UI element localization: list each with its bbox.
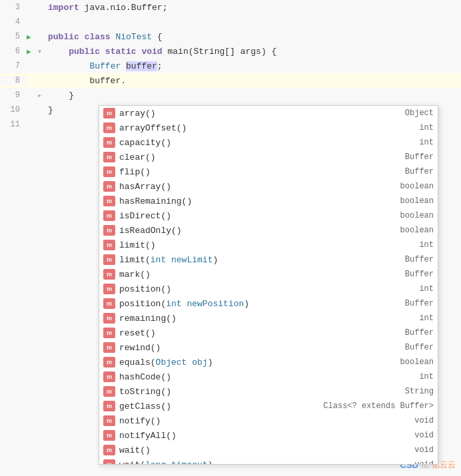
ac-return-equals: boolean [380, 357, 434, 367]
ac-item-limit-param[interactable]: m limit(int newLimit) Buffer [99, 252, 438, 267]
ac-item-tostring[interactable]: m toString() String [99, 384, 438, 399]
line-num-5: 5 [0, 32, 27, 41]
ac-icon-notifyall: m [103, 430, 115, 441]
ac-icon-position: m [103, 284, 115, 294]
ac-icon-isdirect: m [103, 210, 115, 221]
ac-icon-position-param: m [103, 298, 115, 309]
ac-icon-reset: m [103, 328, 115, 338]
ac-return-isreadonly: boolean [380, 226, 434, 235]
code-line-8: 8 buffer.​ [0, 73, 461, 88]
ac-method-hashcode: hashCode() [119, 372, 380, 382]
ac-method-capacity: capacity() [119, 138, 380, 148]
ac-return-arrayoffset: int [380, 123, 434, 132]
ac-item-hasarray[interactable]: m hasArray() boolean [99, 179, 438, 194]
ac-method-notifyall: notifyAll() [119, 431, 380, 441]
ac-icon-hasarray: m [103, 181, 115, 192]
ac-return-array: Object [380, 109, 434, 118]
ac-icon-rewind: m [103, 342, 115, 353]
ac-item-isdirect[interactable]: m isDirect() boolean [99, 208, 438, 223]
autocomplete-dropdown[interactable]: m array() Object m arrayOffset() int m c… [99, 105, 438, 465]
ac-icon-tostring: m [103, 386, 115, 397]
ac-method-wait: wait() [119, 445, 380, 455]
code-line-5: 5 ▶ public class NioTest { [0, 29, 461, 44]
ac-item-array[interactable]: m array() Object [99, 106, 438, 120]
ac-icon-remaining: m [103, 313, 115, 324]
ac-return-getclass: Class<? extends Buffer> [323, 401, 434, 411]
ac-return-capacity: int [380, 138, 434, 147]
ac-item-limit[interactable]: m limit() int [99, 238, 438, 252]
ac-return-reset: Buffer [380, 328, 434, 338]
ac-method-array: array() [119, 109, 380, 119]
line-content-7: Buffer buffer; [47, 61, 461, 71]
ac-item-capacity[interactable]: m capacity() int [99, 135, 438, 150]
ac-method-isdirect: isDirect() [119, 211, 380, 221]
ac-item-wait[interactable]: m wait() void [99, 443, 438, 457]
ac-item-isreadonly[interactable]: m isReadOnly() boolean [99, 223, 438, 238]
ac-icon-hasremaining: m [103, 196, 115, 206]
ac-item-clear[interactable]: m clear() Buffer [99, 150, 438, 164]
ac-item-position[interactable]: m position() int [99, 282, 438, 296]
ac-icon-wait-timeout: m [103, 459, 115, 465]
ac-item-mark[interactable]: m mark() Buffer [99, 267, 438, 282]
line-fold-9: ▸ [37, 91, 47, 101]
ac-item-reset[interactable]: m reset() Buffer [99, 326, 438, 340]
ac-method-position-param: position(int newPosition) [119, 299, 380, 309]
ac-method-reset: reset() [119, 328, 380, 338]
ac-return-notify: void [380, 416, 434, 425]
ac-method-limit-param: limit(int newLimit) [119, 255, 380, 265]
ac-icon-isreadonly: m [103, 225, 115, 236]
ac-item-notifyall[interactable]: m notifyAll() void [99, 428, 438, 443]
ac-icon-capacity: m [103, 137, 115, 148]
line-content-9: } [47, 91, 461, 101]
ac-return-position-param: Buffer [380, 299, 434, 308]
ac-icon-hashcode: m [103, 371, 115, 382]
ac-return-clear: Buffer [380, 152, 434, 162]
code-line-9: 9 ▸ } [0, 88, 461, 103]
ac-method-position: position() [119, 284, 380, 294]
ac-item-getclass[interactable]: m getClass() Class<? extends Buffer> [99, 399, 438, 413]
ac-return-hashcode: int [380, 372, 434, 381]
ac-return-flip: Buffer [380, 167, 434, 176]
ac-item-arrayoffset[interactable]: m arrayOffset() int [99, 120, 438, 135]
ac-return-limit-param: Buffer [380, 255, 434, 264]
line-content-6: public static void main(String[] args) { [47, 47, 461, 57]
code-line-7: 7 Buffer buffer; [0, 59, 461, 73]
code-line-3: 3 import java.nio.Buffer; [0, 0, 461, 15]
code-line-6: 6 ▶ ▾ public static void main(String[] a… [0, 44, 461, 59]
line-content-3: import java.nio.Buffer; [47, 3, 461, 13]
ac-item-hasremaining[interactable]: m hasRemaining() boolean [99, 194, 438, 208]
ac-method-tostring: toString() [119, 387, 380, 397]
ac-method-notify: notify() [119, 416, 380, 426]
ac-icon-wait: m [103, 445, 115, 455]
ac-method-hasarray: hasArray() [119, 182, 380, 192]
ac-method-wait-timeout: wait(long timeout) [119, 460, 380, 465]
ac-item-wait-timeout[interactable]: m wait(long timeout) void [99, 457, 438, 465]
ac-return-hasremaining: boolean [380, 196, 434, 206]
ac-icon-array: m [103, 108, 115, 119]
ac-return-rewind: Buffer [380, 343, 434, 352]
ac-item-notify[interactable]: m notify() void [99, 413, 438, 428]
ac-return-notifyall: void [380, 431, 434, 440]
ac-return-remaining: int [380, 314, 434, 323]
ac-return-wait-timeout: void [380, 460, 434, 465]
ac-method-flip: flip() [119, 167, 380, 177]
ac-item-rewind[interactable]: m rewind() Buffer [99, 340, 438, 355]
ac-item-equals[interactable]: m equals(Object obj) boolean [99, 355, 438, 369]
line-arrow-6: ▶ [27, 47, 37, 56]
ac-item-position-param[interactable]: m position(int newPosition) Buffer [99, 296, 438, 311]
editor-container: 3 import java.nio.Buffer; 4 5 ▶ public c… [0, 0, 461, 476]
ac-item-remaining[interactable]: m remaining() int [99, 311, 438, 326]
ac-return-position: int [380, 284, 434, 294]
ac-return-tostring: String [380, 387, 434, 396]
line-content-5: public class NioTest { [47, 32, 461, 42]
ac-item-hashcode[interactable]: m hashCode() int [99, 369, 438, 384]
line-num-10: 10 [0, 105, 27, 115]
ac-icon-notify: m [103, 415, 115, 426]
ac-item-flip[interactable]: m flip() Buffer [99, 164, 438, 179]
ac-icon-arrayoffset: m [103, 122, 115, 133]
ac-method-clear: clear() [119, 152, 380, 162]
ac-icon-getclass: m [103, 401, 115, 411]
ac-return-wait: void [380, 445, 434, 455]
line-content-8: buffer.​ [47, 76, 461, 86]
ac-return-mark: Buffer [380, 270, 434, 279]
